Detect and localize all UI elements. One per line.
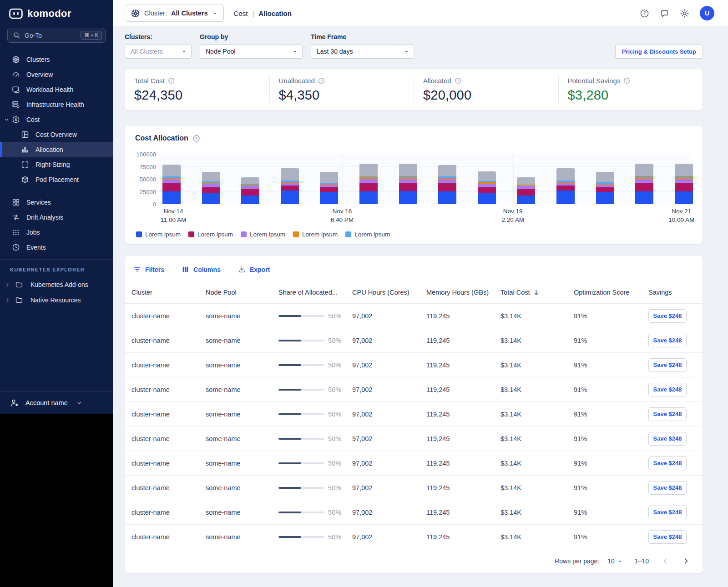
cell-node-pool: some-name xyxy=(206,509,278,516)
save-savings-button[interactable]: Save $248 xyxy=(648,481,687,495)
table-toolbar-columns[interactable]: Columns xyxy=(182,266,221,273)
timeframe-filter-select[interactable]: Last 30 days xyxy=(311,44,414,59)
stat-label: Unallocated? xyxy=(279,77,405,85)
account-label: Account name xyxy=(25,399,68,406)
pricing-discounts-setup-button[interactable]: Pricing & Discounts Setup xyxy=(615,45,703,59)
save-savings-button[interactable]: Save $248 xyxy=(648,309,687,323)
save-savings-button[interactable]: Save $248 xyxy=(648,457,687,470)
stacked-bar[interactable] xyxy=(320,172,338,204)
help-circle-icon[interactable]: ? xyxy=(318,77,325,84)
help-circle-icon[interactable]: ? xyxy=(623,77,630,84)
column-header-node-pool[interactable]: Node Pool xyxy=(206,289,278,296)
help-icon[interactable]: ? xyxy=(640,9,649,18)
sidebar-item-jobs[interactable]: Jobs xyxy=(0,225,113,240)
folder-icon xyxy=(15,281,23,289)
previous-page-button[interactable] xyxy=(661,557,670,566)
bar-segment xyxy=(438,179,456,183)
table-toolbar-filters[interactable]: Filters xyxy=(133,266,164,273)
feedback-icon[interactable] xyxy=(660,9,669,18)
user-avatar[interactable]: U xyxy=(700,6,714,20)
stacked-bar[interactable] xyxy=(202,172,220,204)
save-savings-button[interactable]: Save $248 xyxy=(648,432,687,446)
sidebar-item-events[interactable]: Events xyxy=(0,240,113,255)
settings-icon[interactable] xyxy=(680,9,689,18)
sidebar-item-cost[interactable]: $Cost xyxy=(0,112,113,127)
stacked-bar[interactable] xyxy=(478,171,496,204)
timeframe-filter-value: Last 30 days xyxy=(317,48,353,55)
table-row: cluster-namesome-name50%97,002119,245$3.… xyxy=(125,524,703,549)
stacked-bar[interactable] xyxy=(596,172,614,204)
stacked-bar[interactable] xyxy=(556,168,575,204)
sidebar-item-cost-overview[interactable]: Cost Overview xyxy=(0,127,113,142)
stacked-bar[interactable] xyxy=(438,165,456,204)
column-header-memory-hours-gbs[interactable]: Memory Hours (GBs) xyxy=(426,289,500,296)
stacked-bar[interactable] xyxy=(359,164,378,204)
help-circle-icon[interactable]: ? xyxy=(192,135,200,142)
legend-item[interactable]: Lorem ipsum xyxy=(241,231,285,238)
save-savings-button[interactable]: Save $248 xyxy=(648,358,687,372)
bar-segment xyxy=(162,179,181,183)
table-toolbar-export[interactable]: Export xyxy=(238,266,270,273)
sidebar-item-drift-analysis[interactable]: Drift Analysis xyxy=(0,210,113,225)
save-savings-button[interactable]: Save $248 xyxy=(648,407,687,421)
share-progress-fill xyxy=(278,315,301,317)
sidebar-item-workload-health[interactable]: Workload Health xyxy=(0,82,113,97)
sidebar-item-infrastructure-health[interactable]: Infrastructure Health xyxy=(0,97,113,112)
cell-cpu-hours: 97,002 xyxy=(352,361,426,369)
cell-share-of-allocated: 50% xyxy=(278,435,352,442)
help-circle-icon[interactable]: ? xyxy=(168,77,175,84)
legend-item[interactable]: Lorem ipsum xyxy=(345,231,390,238)
stat-label-text: Total Cost xyxy=(134,77,165,85)
sidebar-item-overview[interactable]: Overview xyxy=(0,67,113,82)
column-header-cpu-hours-cores[interactable]: CPU Hours (Cores) xyxy=(352,289,426,296)
sidebar-item-clusters[interactable]: Clusters xyxy=(0,52,113,67)
column-header-total-cost[interactable]: Total Cost xyxy=(500,289,574,296)
legend-item[interactable]: Lorem ipsum xyxy=(188,231,233,238)
sidebar-item-allocation[interactable]: Allocation xyxy=(0,142,113,157)
legend-item[interactable]: Lorem ipsum xyxy=(136,231,181,238)
share-percent-label: 50% xyxy=(328,533,341,541)
chart-area: 0250005000075000100000 xyxy=(133,154,694,204)
sidebar-item-services[interactable]: Services xyxy=(0,195,113,210)
bar-segment xyxy=(281,186,299,191)
legend-item[interactable]: Lorem ipsum xyxy=(293,231,338,238)
sidebar-item-label: Infrastructure Health xyxy=(26,101,84,108)
share-progress-bar xyxy=(278,462,324,464)
account-menu[interactable]: Account name xyxy=(0,391,113,414)
stacked-bar[interactable] xyxy=(675,164,693,204)
column-header-optimization-score[interactable]: Optimization Score xyxy=(574,289,648,296)
sidebar-item-label: Workload Health xyxy=(26,86,73,93)
cluster-scope-select[interactable]: Cluster: All Clusters xyxy=(125,5,224,22)
sidebar-item-kubernetes-add-ons[interactable]: Kubernetes Add-ons xyxy=(0,277,113,292)
sidebar-item-pod-placement[interactable]: Pod Placement xyxy=(0,172,113,187)
sidebar-item-native-resources[interactable]: Native Resources xyxy=(0,292,113,308)
next-page-button[interactable] xyxy=(682,557,691,566)
save-savings-button[interactable]: Save $248 xyxy=(648,530,687,544)
breadcrumb-section[interactable]: Cost xyxy=(234,10,248,17)
stacked-bar[interactable] xyxy=(399,164,417,204)
help-circle-icon[interactable]: ? xyxy=(455,77,461,84)
column-header-share-of-allocated[interactable]: Share of Allocated... xyxy=(278,289,352,296)
column-header-cluster[interactable]: Cluster xyxy=(131,289,206,296)
stat-value: $24,350 xyxy=(134,88,260,103)
sidebar-item-right-sizing[interactable]: Right-Sizing xyxy=(0,157,113,172)
legend-label: Lorem ipsum xyxy=(302,231,338,238)
column-header-savings[interactable]: Savings xyxy=(648,289,696,296)
bar-segment xyxy=(359,179,378,183)
clusters-filter-select[interactable]: All Clusters xyxy=(125,44,192,59)
save-savings-button[interactable]: Save $248 xyxy=(648,334,687,347)
stacked-bar[interactable] xyxy=(517,177,535,204)
stacked-bar[interactable] xyxy=(635,164,653,204)
komodor-logo[interactable]: komodor xyxy=(0,0,113,25)
share-progress-bar xyxy=(278,340,324,341)
rows-per-page-select[interactable]: 10 xyxy=(607,557,623,565)
stacked-bar[interactable] xyxy=(241,177,259,204)
share-progress-fill xyxy=(278,487,301,489)
legend-label: Lorem ipsum xyxy=(250,231,285,238)
stacked-bar[interactable] xyxy=(162,165,181,204)
goto-search-input[interactable]: Go-To ⌘ + K xyxy=(7,28,106,43)
save-savings-button[interactable]: Save $248 xyxy=(648,383,687,396)
stacked-bar[interactable] xyxy=(281,168,299,204)
groupby-filter-select[interactable]: Node Pool xyxy=(200,44,303,59)
save-savings-button[interactable]: Save $248 xyxy=(648,506,687,519)
